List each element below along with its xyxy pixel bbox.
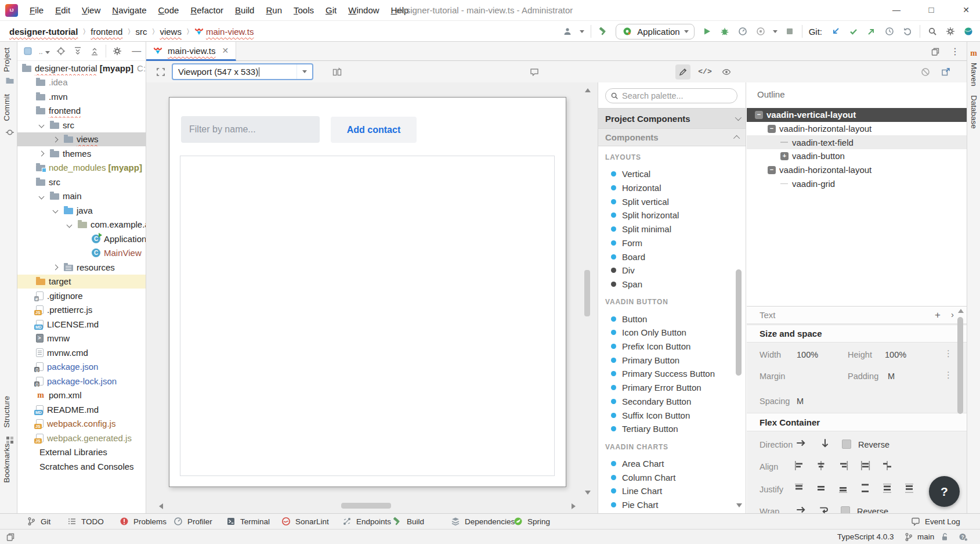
tree-item-scratches-and-consoles[interactable]: Scratches and Consoles <box>17 459 146 474</box>
history-icon[interactable] <box>884 26 895 37</box>
menu-view[interactable]: View <box>76 0 106 20</box>
expand-property-icon[interactable]: › <box>951 309 954 321</box>
menu-code[interactable]: Code <box>153 0 185 20</box>
tree-item-webpack-config-js[interactable]: webpack.config.js <box>17 417 146 431</box>
settings-icon[interactable] <box>945 26 956 37</box>
direction-right-icon[interactable] <box>795 438 806 448</box>
viewport-dropdown-icon[interactable] <box>296 64 312 79</box>
outline-node-1[interactable]: −vaadin-horizontal-layout <box>747 122 967 136</box>
disabled-highlight-icon[interactable] <box>918 64 933 80</box>
menu-refactor[interactable]: Refactor <box>185 0 229 20</box>
outline-node-5[interactable]: vaadin-grid <box>747 177 967 191</box>
wrap-reverse-checkbox[interactable] <box>841 506 850 513</box>
tab-main-view[interactable]: main-view.ts ✕ <box>146 42 236 61</box>
toolwindow-spring[interactable]: Spring <box>512 514 550 529</box>
minimize-button[interactable]: — <box>883 0 910 20</box>
artboard[interactable]: Filter by name... Add contact <box>169 97 566 487</box>
breadcrumb-item-views[interactable]: views <box>160 27 182 37</box>
padding-value[interactable]: M <box>888 372 895 381</box>
status-corner-icon[interactable] <box>5 529 16 544</box>
tree-item-external-libraries[interactable]: External Libraries <box>17 445 146 460</box>
coverage-icon[interactable] <box>755 26 766 37</box>
tree-item-frontend[interactable]: frontend <box>17 104 146 118</box>
maximize-button[interactable]: □ <box>918 0 945 20</box>
tree-item-readme-md[interactable]: README.md <box>17 402 146 417</box>
palette-item-span[interactable]: Span <box>598 278 737 291</box>
tree-item-com-example-applica[interactable]: com.example.applica <box>17 218 146 232</box>
filter-text-field[interactable]: Filter by name... <box>181 116 320 143</box>
help-button[interactable]: ? <box>929 476 960 507</box>
toolwindow-terminal[interactable]: Terminal <box>225 514 270 529</box>
palette-item-button[interactable]: Button <box>598 312 737 326</box>
align-option-3-icon[interactable] <box>859 460 871 471</box>
collapse-all-icon[interactable] <box>89 45 100 57</box>
tool-window-maven[interactable]: Maven <box>970 63 978 87</box>
palette-scroll-down-icon[interactable] <box>736 503 742 507</box>
panel-settings-icon[interactable] <box>111 45 123 57</box>
tree-item-mvnw-cmd[interactable]: mvnw.cmd <box>17 345 146 360</box>
user-dropdown-icon[interactable] <box>580 30 584 33</box>
maven-logo-icon[interactable] <box>969 49 978 57</box>
edit-mode-icon[interactable] <box>675 64 690 80</box>
height-value[interactable]: 100% <box>885 350 906 359</box>
run-config-selector[interactable]: Application <box>616 24 694 39</box>
toolwindow-dependencies[interactable]: Dependencies <box>450 514 515 529</box>
outline-node-0[interactable]: −vaadin-vertical-layout <box>747 108 967 122</box>
tree-item-src[interactable]: src <box>17 175 146 189</box>
gradle-sphere-icon[interactable] <box>963 26 974 37</box>
tree-item-node-modules[interactable]: node_modules [myapp] <box>17 161 146 175</box>
align-option-1-icon[interactable] <box>815 460 827 471</box>
split-view-icon[interactable] <box>330 64 345 80</box>
palette-item-secondary-button[interactable]: Secondary Button <box>598 395 737 409</box>
tree-item-views[interactable]: views <box>17 132 146 147</box>
menu-edit[interactable]: Edit <box>49 0 76 20</box>
tree-item--idea[interactable]: .idea <box>17 75 146 90</box>
git-update-icon[interactable] <box>830 26 841 37</box>
typescript-version[interactable]: TypeScript 4.0.3 <box>837 529 894 544</box>
tab-project-components[interactable]: Project Components <box>598 108 746 129</box>
menu-tools[interactable]: Tools <box>288 0 320 20</box>
toolwindow-todo[interactable]: TODO <box>66 514 104 529</box>
add-property-icon[interactable]: + <box>935 309 941 321</box>
tree-item-main[interactable]: main <box>17 189 146 204</box>
tree-chevron-icon[interactable] <box>53 136 59 142</box>
toolwindow-sonarlint[interactable]: SonarLint <box>280 514 329 529</box>
tree-item-mainview[interactable]: MainView <box>17 246 146 261</box>
menu-run[interactable]: Run <box>260 0 288 20</box>
tree-item--mvn[interactable]: .mvn <box>17 89 146 104</box>
palette-item-horizontal[interactable]: Horizontal <box>598 181 737 195</box>
tree-item--prettierrc-js[interactable]: .prettierrc.js <box>17 303 146 318</box>
outline-node-2[interactable]: vaadin-text-field <box>747 135 967 149</box>
tree-item--gitignore[interactable]: .gitignore <box>17 289 146 303</box>
palette-item-column-chart[interactable]: Column Chart <box>598 470 737 484</box>
write-access-lock[interactable] <box>939 529 950 544</box>
git-push-icon[interactable] <box>866 26 877 37</box>
coverage-dropdown-icon[interactable] <box>773 30 778 33</box>
palette-item-split-minimal[interactable]: Split minimal <box>598 222 737 236</box>
debug-icon[interactable] <box>719 26 731 37</box>
palette-item-primary-button[interactable]: Primary Button <box>598 353 737 367</box>
tree-chevron-icon[interactable] <box>39 123 45 128</box>
project-viewmode-dropdown-icon[interactable]: .. <box>39 46 50 56</box>
props-scrollbar[interactable] <box>957 317 963 414</box>
align-option-4-icon[interactable] <box>881 460 893 471</box>
palette-item-icon-only-button[interactable]: Icon Only Button <box>598 326 737 340</box>
build-project-icon[interactable] <box>598 26 609 37</box>
wrap-icon[interactable] <box>819 505 829 513</box>
tree-item-license-md[interactable]: LICENSE.md <box>17 317 146 332</box>
menu-git[interactable]: Git <box>320 0 342 20</box>
project-folder-icon[interactable] <box>4 75 16 87</box>
collapse-node-icon[interactable]: − <box>768 125 776 133</box>
git-commit-icon[interactable] <box>848 26 859 37</box>
user-icon[interactable] <box>562 26 573 37</box>
tree-chevron-icon[interactable] <box>67 222 73 228</box>
selection-mode-icon[interactable] <box>153 64 168 80</box>
palette-search-input[interactable]: Search palette... <box>605 88 737 103</box>
add-contact-button[interactable]: Add contact <box>331 117 417 143</box>
open-in-window-icon[interactable] <box>938 64 953 80</box>
palette-item-form[interactable]: Form <box>598 236 737 250</box>
editor-layout-icon[interactable] <box>930 46 941 57</box>
profiler-icon[interactable] <box>737 26 748 37</box>
direction-down-icon[interactable] <box>820 438 830 448</box>
search-everywhere-icon[interactable] <box>927 26 938 37</box>
